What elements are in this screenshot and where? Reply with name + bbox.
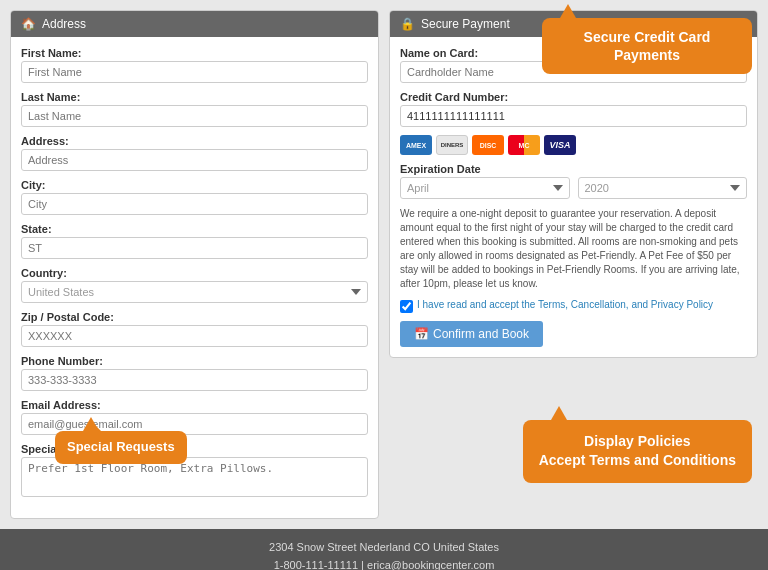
diners-icon: DINERS: [436, 135, 468, 155]
state-group: State:: [21, 223, 368, 259]
amex-icon: AMEX: [400, 135, 432, 155]
first-name-input[interactable]: [21, 61, 368, 83]
email-group: Email Address:: [21, 399, 368, 435]
expiration-year-group: 2020: [578, 177, 748, 199]
footer-phone: 1-800-111-11111: [274, 559, 358, 570]
confirm-book-button[interactable]: 📅 Confirm and Book: [400, 321, 543, 347]
terms-checkbox[interactable]: [400, 300, 413, 313]
address-panel-header: 🏠 Address: [11, 11, 378, 37]
expiration-label: Expiration Date: [400, 163, 747, 175]
special-requests-callout: Special Requests: [55, 431, 187, 464]
email-label: Email Address:: [21, 399, 368, 411]
state-label: State:: [21, 223, 368, 235]
address-input[interactable]: [21, 149, 368, 171]
city-input[interactable]: [21, 193, 368, 215]
first-name-group: First Name:: [21, 47, 368, 83]
cc-number-input[interactable]: [400, 105, 747, 127]
payment-panel-title: Secure Payment: [421, 17, 510, 31]
country-group: Country: United States: [21, 267, 368, 303]
zip-label: Zip / Postal Code:: [21, 311, 368, 323]
cc-number-group: Credit Card Number:: [400, 91, 747, 127]
confirm-book-label: Confirm and Book: [433, 327, 529, 341]
discover-icon: DISC: [472, 135, 504, 155]
country-select[interactable]: United States: [21, 281, 368, 303]
expiration-month-select[interactable]: April: [400, 177, 570, 199]
visa-icon: VISA: [544, 135, 576, 155]
expiration-group: Expiration Date April 2020: [400, 163, 747, 199]
secure-payment-callout: Secure Credit Card Payments: [542, 18, 752, 74]
left-panel-wrapper: 🏠 Address First Name: Last Name: Address…: [10, 10, 379, 519]
last-name-label: Last Name:: [21, 91, 368, 103]
display-policies-callout: Display Policies Accept Terms and Condit…: [523, 420, 752, 483]
home-icon: 🏠: [21, 17, 36, 31]
address-group: Address:: [21, 135, 368, 171]
last-name-group: Last Name:: [21, 91, 368, 127]
terms-label: I have read and accept the Terms, Cancel…: [417, 299, 713, 310]
calendar-icon: 📅: [414, 327, 429, 341]
main-wrapper: 🏠 Address First Name: Last Name: Address…: [0, 0, 768, 570]
last-name-input[interactable]: [21, 105, 368, 127]
footer-address: 2304 Snow Street Nederland CO United Sta…: [10, 539, 758, 557]
city-group: City:: [21, 179, 368, 215]
payment-form: Name on Card: Credit Card Number: AMEX D…: [390, 37, 757, 357]
lock-icon: 🔒: [400, 17, 415, 31]
country-label: Country:: [21, 267, 368, 279]
address-panel-title: Address: [42, 17, 86, 31]
cc-number-label: Credit Card Number:: [400, 91, 747, 103]
mastercard-icon: MC: [508, 135, 540, 155]
phone-label: Phone Number:: [21, 355, 368, 367]
expiration-year-select[interactable]: 2020: [578, 177, 748, 199]
content-area: 🏠 Address First Name: Last Name: Address…: [0, 0, 768, 529]
city-label: City:: [21, 179, 368, 191]
zip-input[interactable]: [21, 325, 368, 347]
footer-email: erica@bookingcenter.com: [367, 559, 494, 570]
phone-input[interactable]: [21, 369, 368, 391]
display-policies-line1: Display Policies: [584, 433, 691, 449]
first-name-label: First Name:: [21, 47, 368, 59]
phone-group: Phone Number:: [21, 355, 368, 391]
footer-contact: 1-800-111-11111 | erica@bookingcenter.co…: [10, 557, 758, 570]
card-icons-row: AMEX DINERS DISC MC VISA: [400, 135, 747, 155]
policy-text: We require a one-night deposit to guaran…: [400, 207, 747, 291]
terms-check-row: I have read and accept the Terms, Cancel…: [400, 299, 747, 313]
footer: 2304 Snow Street Nederland CO United Sta…: [0, 529, 768, 570]
display-policies-line2: Accept Terms and Conditions: [539, 452, 736, 468]
secure-payment-callout-text: Secure Credit Card Payments: [584, 29, 711, 63]
state-input[interactable]: [21, 237, 368, 259]
special-requests-callout-text: Special Requests: [67, 439, 175, 454]
expiration-month-group: April: [400, 177, 570, 199]
right-panel-wrapper: 🔒 Secure Payment Name on Card: Credit Ca…: [389, 10, 758, 519]
zip-group: Zip / Postal Code:: [21, 311, 368, 347]
expiration-row: April 2020: [400, 177, 747, 199]
address-label: Address:: [21, 135, 368, 147]
